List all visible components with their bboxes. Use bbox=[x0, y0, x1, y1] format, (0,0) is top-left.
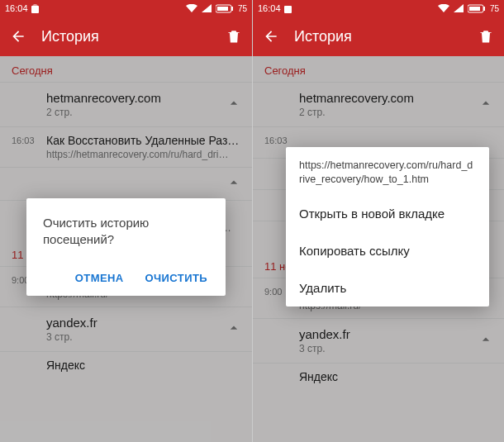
status-sim-icon bbox=[31, 4, 39, 13]
back-button[interactable] bbox=[263, 28, 279, 45]
open-new-tab-item[interactable]: Открыть в новой вкладке bbox=[286, 195, 489, 232]
back-button[interactable] bbox=[10, 28, 26, 45]
svg-rect-2 bbox=[217, 7, 228, 11]
status-time: 16:04 bbox=[5, 3, 28, 13]
screen-left: 16:04 75 История Сегодня hetmanrecovery.… bbox=[0, 0, 252, 442]
cancel-button[interactable]: ОТМЕНА bbox=[74, 267, 126, 289]
status-signal-icon bbox=[454, 4, 464, 12]
screen-right: 16:04 75 История Сегодня hetmanrecovery.… bbox=[252, 0, 504, 442]
status-battery-icon bbox=[216, 4, 234, 13]
status-sim-icon bbox=[284, 4, 292, 13]
status-wifi-icon bbox=[186, 4, 197, 12]
delete-history-button[interactable] bbox=[226, 28, 242, 45]
svg-rect-7 bbox=[483, 7, 485, 11]
status-bar: 16:04 75 bbox=[0, 0, 252, 17]
page-title: История bbox=[294, 28, 478, 45]
status-bar: 16:04 75 bbox=[253, 0, 504, 17]
context-menu: https://hetmanrecovery.com/ru/hard_drive… bbox=[286, 147, 489, 307]
svg-rect-0 bbox=[31, 6, 39, 13]
context-url: https://hetmanrecovery.com/ru/hard_drive… bbox=[286, 147, 489, 195]
status-wifi-icon bbox=[438, 4, 449, 12]
app-bar: История bbox=[0, 17, 252, 56]
status-time: 16:04 bbox=[258, 3, 281, 13]
app-bar: История bbox=[253, 17, 504, 56]
page-title: История bbox=[41, 28, 226, 45]
svg-rect-3 bbox=[231, 7, 233, 11]
delete-history-button[interactable] bbox=[478, 28, 494, 45]
status-signal-icon bbox=[202, 4, 212, 12]
confirm-dialog: Очистить историю посещений? ОТМЕНА ОЧИСТ… bbox=[26, 198, 226, 296]
status-battery-pct: 75 bbox=[490, 4, 499, 13]
svg-rect-4 bbox=[284, 6, 292, 13]
status-battery-pct: 75 bbox=[238, 4, 247, 13]
delete-item[interactable]: Удалить bbox=[286, 269, 489, 307]
confirm-button[interactable]: ОЧИСТИТЬ bbox=[144, 267, 209, 289]
copy-link-item[interactable]: Копировать ссылку bbox=[286, 232, 489, 269]
dialog-message: Очистить историю посещений? bbox=[43, 215, 209, 249]
svg-rect-6 bbox=[469, 7, 480, 11]
status-battery-icon bbox=[468, 4, 486, 13]
